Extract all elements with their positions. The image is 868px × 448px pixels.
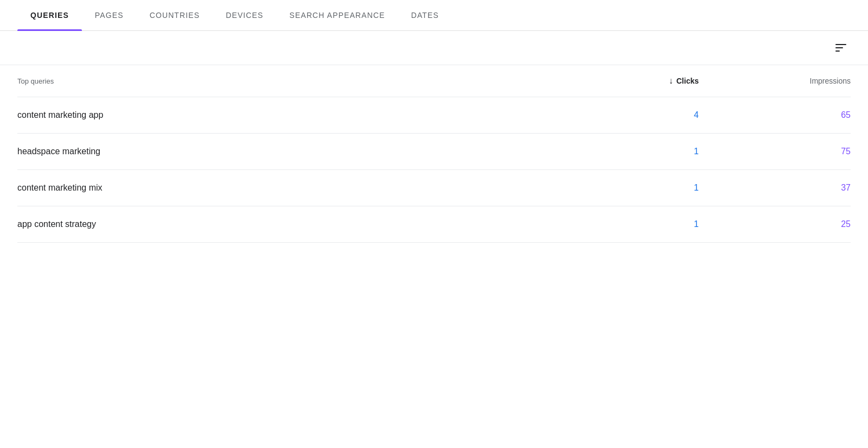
table-container: Top queries ↓ Clicks Impressions content… [0,65,868,243]
tab-dates[interactable]: DATES [398,0,452,30]
filter-icon[interactable] [831,40,851,56]
table-row: content marketing app 4 65 [17,97,851,134]
column-header-impressions[interactable]: Impressions [699,77,851,85]
filter-bar [0,31,868,65]
tab-search-appearance[interactable]: SEARCH APPEARANCE [277,0,398,30]
row-clicks: 1 [547,147,699,156]
filter-line-3 [835,51,840,52]
tabs-container: QUERIES PAGES COUNTRIES DEVICES SEARCH A… [0,0,868,31]
table-row: headspace marketing 1 75 [17,134,851,170]
table-row: app content strategy 1 25 [17,206,851,243]
row-impressions: 65 [699,110,851,120]
row-query: content marketing mix [17,183,547,193]
column-header-query: Top queries [17,77,547,85]
row-query: headspace marketing [17,147,547,156]
row-clicks: 1 [547,219,699,229]
row-clicks: 1 [547,183,699,193]
row-clicks: 4 [547,110,699,120]
filter-line-1 [835,44,846,45]
row-impressions: 37 [699,183,851,193]
row-query: app content strategy [17,219,547,229]
tab-countries[interactable]: COUNTRIES [137,0,213,30]
row-impressions: 25 [699,219,851,229]
column-header-clicks[interactable]: ↓ Clicks [547,76,699,86]
table-row: content marketing mix 1 37 [17,170,851,206]
sort-arrow-icon: ↓ [669,76,673,86]
tab-pages[interactable]: PAGES [82,0,137,30]
tab-queries[interactable]: QUERIES [17,0,82,30]
tab-devices[interactable]: DEVICES [213,0,276,30]
filter-line-2 [835,47,843,48]
row-impressions: 75 [699,147,851,156]
table-header: Top queries ↓ Clicks Impressions [17,65,851,97]
row-query: content marketing app [17,110,547,120]
